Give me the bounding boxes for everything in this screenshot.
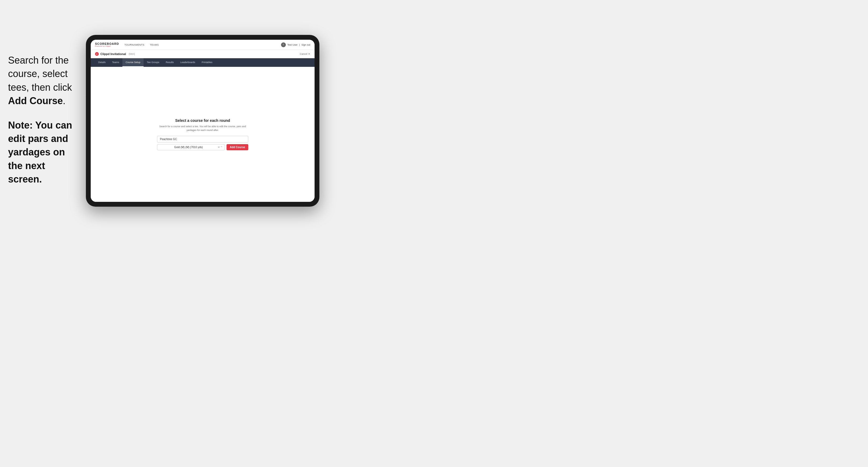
navbar-right: T Test User | Sign out (281, 42, 310, 47)
tab-teams[interactable]: Teams (109, 58, 123, 67)
user-avatar: T (281, 42, 286, 47)
instruction-panel: Search for the course, select tees, then… (8, 54, 81, 197)
tab-printables[interactable]: Printables (198, 58, 216, 67)
tee-select-row: Gold (M) (M) (7010 yds) ✕ ⌃ Add Course (157, 144, 248, 150)
tournament-icon: C (95, 52, 99, 56)
tab-details[interactable]: Details (95, 58, 109, 67)
tabs-bar: Details Teams Course Setup Tee Groups Re… (91, 58, 315, 67)
tee-select-icons: ✕ ⌃ (218, 146, 223, 149)
tab-leaderboards[interactable]: Leaderboards (177, 58, 198, 67)
tee-select-wrapper[interactable]: Gold (M) (M) (7010 yds) ✕ ⌃ (157, 144, 225, 150)
course-section: Select a course for each round Search fo… (157, 118, 248, 150)
nav-tournaments[interactable]: TOURNAMENTS (124, 43, 145, 46)
tab-course-setup[interactable]: Course Setup (122, 58, 144, 67)
nav-teams[interactable]: TEAMS (150, 43, 159, 46)
navbar-left: SCOREBOARD Powered by clippd TOURNAMENTS… (95, 42, 159, 47)
course-search-input[interactable] (157, 136, 248, 143)
navbar: SCOREBOARD Powered by clippd TOURNAMENTS… (91, 40, 315, 50)
tab-results[interactable]: Results (163, 58, 177, 67)
main-content: Select a course for each round Search fo… (91, 67, 315, 202)
instruction-text: Search for the course, select tees, then… (8, 54, 81, 108)
tournament-name: Clippd Invitational (100, 52, 126, 56)
section-title: Select a course for each round (157, 118, 248, 123)
tournament-title: C Clippd Invitational (Men) (95, 52, 135, 56)
tablet-device: SCOREBOARD Powered by clippd TOURNAMENTS… (86, 35, 319, 207)
tab-tee-groups[interactable]: Tee Groups (144, 58, 163, 67)
logo-title: SCOREBOARD (95, 42, 119, 45)
cancel-button[interactable]: Cancel ✕ (300, 53, 310, 55)
user-name: Test User (287, 43, 298, 46)
section-description: Search for a course and select a tee. Yo… (157, 125, 248, 132)
add-course-button[interactable]: Add Course (226, 144, 248, 150)
tee-select-value: Gold (M) (M) (7010 yds) (159, 146, 218, 149)
tablet-screen: SCOREBOARD Powered by clippd TOURNAMENTS… (91, 40, 315, 202)
tournament-header: C Clippd Invitational (Men) Cancel ✕ (91, 50, 315, 58)
sign-out-link[interactable]: Sign out (302, 43, 310, 46)
logo-sub: Powered by clippd (95, 45, 119, 47)
tournament-subtitle: (Men) (129, 53, 135, 55)
logo: SCOREBOARD Powered by clippd (95, 42, 119, 47)
note-text: Note: You can edit pars and yardages on … (8, 119, 81, 186)
